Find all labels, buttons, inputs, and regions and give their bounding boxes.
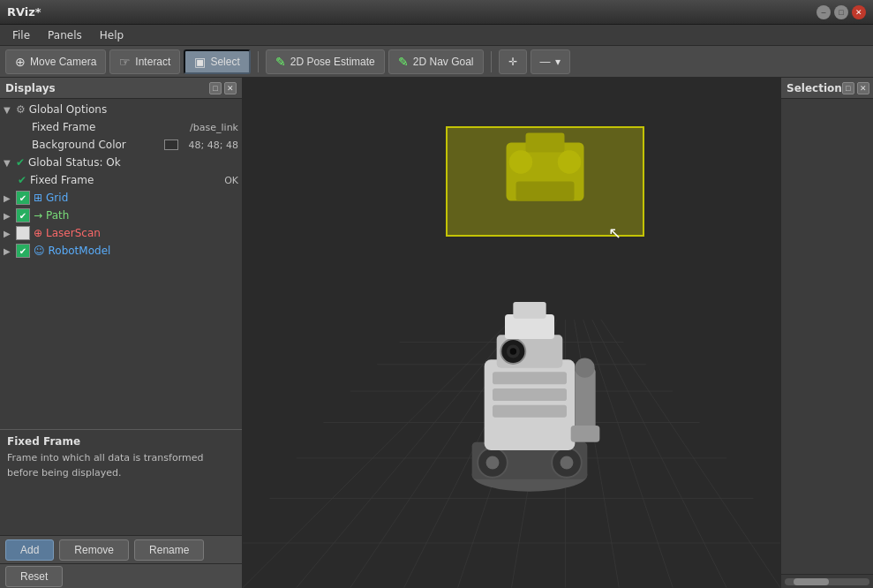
grid-icon: ⊞ xyxy=(34,192,42,204)
laserscan-checkbox[interactable] xyxy=(16,226,30,240)
app-title: RViz* xyxy=(7,5,41,19)
rename-button[interactable]: Rename xyxy=(134,539,204,561)
dropdown-icon: ▾ xyxy=(555,56,561,68)
displays-header-controls: □ ✕ xyxy=(209,82,237,94)
scroll-thumb[interactable] xyxy=(794,578,829,585)
expand-robotmodel[interactable]: ▶ xyxy=(4,246,16,256)
selection-close-button[interactable]: ✕ xyxy=(857,82,869,94)
expand-laserscan[interactable]: ▶ xyxy=(4,229,16,238)
selection-header-controls: □ ✕ xyxy=(842,82,869,94)
global-status-checkmark: ✔ xyxy=(16,156,25,169)
remove-button[interactable]: Remove xyxy=(59,539,129,561)
main-layout: Displays □ ✕ ▼ ⚙ Global Options Fixed Fr… xyxy=(0,78,873,588)
laserscan-label: LaserScan xyxy=(46,227,238,239)
highlight-selection-box xyxy=(446,126,644,237)
robotmodel-checkbox[interactable]: ✔ xyxy=(16,244,30,258)
interact-icon: ☞ xyxy=(119,55,131,69)
path-checkbox[interactable]: ✔ xyxy=(16,208,30,222)
svg-point-33 xyxy=(509,348,516,354)
svg-rect-36 xyxy=(570,426,599,442)
robot-highlight-preview xyxy=(448,128,643,235)
tree-row-laserscan[interactable]: ▶ ⊕ LaserScan xyxy=(0,224,242,242)
3d-viewport[interactable]: ↖ xyxy=(243,78,780,588)
right-scrollbar[interactable] xyxy=(781,574,873,588)
selection-float-button[interactable]: □ xyxy=(842,82,854,94)
toolbar-separator-2 xyxy=(491,51,492,72)
interact-label: Interact xyxy=(135,56,170,68)
title-bar: RViz* – □ ✕ xyxy=(0,0,873,25)
tree-row-fixed-frame-option[interactable]: Fixed Frame /base_link xyxy=(0,118,242,136)
fixed-frame-value: /base_link xyxy=(190,122,238,133)
add-toolbar-button[interactable]: ✛ xyxy=(499,49,527,74)
robot-svg xyxy=(441,253,618,500)
grid-label: Grid xyxy=(46,192,238,204)
menu-panels[interactable]: Panels xyxy=(39,27,91,43)
fixed-frame-status-check: ✔ xyxy=(18,174,26,186)
path-icon: → xyxy=(34,209,42,222)
tree-row-fixed-frame-status[interactable]: ✔ Fixed Frame OK xyxy=(0,171,242,189)
svg-point-27 xyxy=(485,456,499,470)
reset-row: Reset xyxy=(0,563,242,588)
displays-tree: ▼ ⚙ Global Options Fixed Frame /base_lin… xyxy=(0,99,242,429)
tree-row-global-status[interactable]: ▼ ✔ Global Status: Ok xyxy=(0,154,242,171)
svg-rect-34 xyxy=(575,368,595,434)
selection-header: Selection □ ✕ xyxy=(781,78,873,99)
fixed-frame-status-label: Fixed Frame xyxy=(30,174,217,186)
svg-rect-22 xyxy=(516,182,575,201)
add-button[interactable]: Add xyxy=(5,539,54,561)
minimize-button[interactable]: – xyxy=(817,5,831,19)
pose-estimate-button[interactable]: ✎ 2D Pose Estimate xyxy=(266,49,385,74)
svg-rect-38 xyxy=(493,388,567,401)
maximize-button[interactable]: □ xyxy=(834,5,848,19)
svg-rect-37 xyxy=(493,372,567,384)
tree-row-global-options[interactable]: ▼ ⚙ Global Options xyxy=(0,101,242,118)
expand-global-status[interactable]: ▼ xyxy=(4,158,16,168)
color-swatch[interactable] xyxy=(164,139,178,150)
svg-rect-41 xyxy=(513,302,546,319)
svg-point-20 xyxy=(509,150,532,173)
extra-button[interactable]: — ▾ xyxy=(531,49,570,74)
displays-header: Displays □ ✕ xyxy=(0,78,242,99)
robot-model-3d xyxy=(441,253,618,500)
tree-row-background-color[interactable]: Background Color 48; 48; 48 xyxy=(0,136,242,154)
svg-rect-39 xyxy=(493,405,567,418)
viewport-3d-content[interactable]: ↖ xyxy=(243,78,780,588)
expand-global-options[interactable]: ▼ xyxy=(4,105,16,115)
nav-goal-button[interactable]: ✎ 2D Nav Goal xyxy=(388,49,484,74)
menu-file[interactable]: File xyxy=(4,27,39,43)
svg-point-35 xyxy=(575,358,594,377)
svg-point-28 xyxy=(560,456,573,470)
displays-float-button[interactable]: □ xyxy=(209,82,222,94)
tree-row-grid[interactable]: ▶ ✔ ⊞ Grid xyxy=(0,189,242,207)
fixed-frame-label: Fixed Frame xyxy=(32,121,183,133)
selection-title: Selection xyxy=(786,82,842,94)
pose-estimate-label: 2D Pose Estimate xyxy=(290,56,375,68)
displays-close-button[interactable]: ✕ xyxy=(224,82,237,94)
expand-grid[interactable]: ▶ xyxy=(4,193,16,203)
menu-bar: File Panels Help xyxy=(0,25,873,46)
move-camera-button[interactable]: ⊕ Move Camera xyxy=(5,49,106,74)
interact-button[interactable]: ☞ Interact xyxy=(109,49,180,74)
toolbar-separator-1 xyxy=(258,51,259,72)
close-button[interactable]: ✕ xyxy=(852,5,866,19)
expand-path[interactable]: ▶ xyxy=(4,211,16,221)
menu-help[interactable]: Help xyxy=(91,27,132,43)
background-color-value: 48; 48; 48 xyxy=(189,139,238,151)
laserscan-icon: ⊕ xyxy=(34,227,42,239)
pose-icon: ✎ xyxy=(275,55,286,69)
info-panel: Fixed Frame Frame into which all data is… xyxy=(0,429,242,535)
scroll-track[interactable] xyxy=(785,578,869,585)
minus-icon: — xyxy=(540,56,551,68)
background-color-label: Background Color xyxy=(32,139,164,151)
select-button[interactable]: ▣ Select xyxy=(184,49,250,74)
tree-row-path[interactable]: ▶ ✔ → Path xyxy=(0,207,242,224)
select-icon: ▣ xyxy=(194,55,206,69)
info-text: Frame into which all data is transformed… xyxy=(7,451,235,480)
tree-row-robotmodel[interactable]: ▶ ✔ ☺ RobotModel xyxy=(0,242,242,260)
grid-checkbox[interactable]: ✔ xyxy=(16,191,30,205)
reset-button[interactable]: Reset xyxy=(5,566,63,587)
plus-icon: ✛ xyxy=(508,56,517,68)
fixed-frame-status-value: OK xyxy=(224,175,238,186)
selection-content xyxy=(781,99,873,574)
robotmodel-icon: ☺ xyxy=(34,245,45,257)
